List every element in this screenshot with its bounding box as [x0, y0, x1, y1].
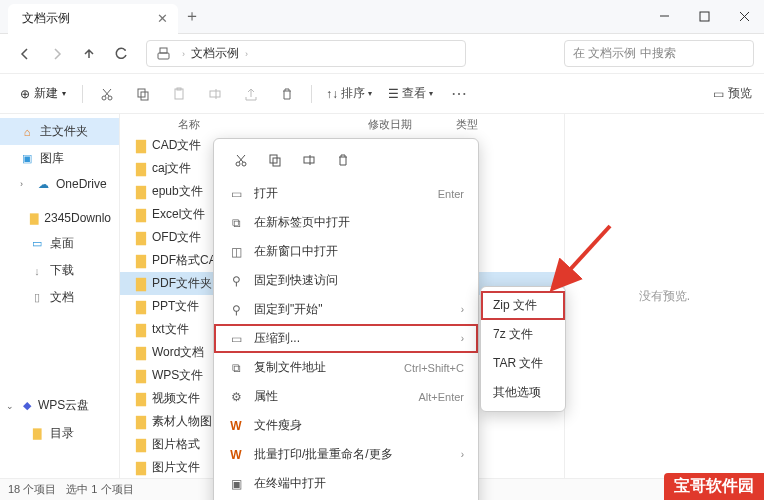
context-menu-label: 打开: [254, 185, 278, 202]
context-menu-label: 批量打印/批量重命名/更多: [254, 446, 393, 463]
minimize-icon: [659, 11, 670, 22]
preview-toggle[interactable]: ▭ 预览: [713, 85, 752, 102]
file-name: 素材人物图: [152, 413, 212, 430]
chevron-right-icon: ›: [20, 179, 30, 189]
context-menu-item[interactable]: W批量打印/批量重命名/更多›: [214, 440, 478, 469]
file-name: 图片格式: [152, 436, 200, 453]
context-menu-item[interactable]: ◫在新窗口中打开: [214, 237, 478, 266]
breadcrumb-segment[interactable]: 文档示例: [191, 45, 239, 62]
sidebar-item-downloads[interactable]: ↓下载: [0, 257, 119, 284]
separator: [82, 85, 83, 103]
context-menu-item[interactable]: ⚲固定到快速访问: [214, 266, 478, 295]
cut-button[interactable]: [91, 79, 123, 109]
copy-button[interactable]: [127, 79, 159, 109]
new-label: 新建: [34, 85, 58, 102]
more-icon: ⋯: [451, 84, 467, 103]
sidebar-item-label: 主文件夹: [40, 123, 88, 140]
view-icon: ☰: [388, 87, 399, 101]
sidebar-item-downloads-folder[interactable]: ▇2345Downlo: [0, 206, 119, 230]
file-name: Excel文件: [152, 206, 205, 223]
svg-point-14: [236, 162, 240, 166]
sidebar-item-onedrive[interactable]: ›☁OneDrive: [0, 172, 119, 196]
sidebar-item-documents[interactable]: ▯文档: [0, 284, 119, 311]
copy-button[interactable]: [262, 149, 288, 171]
pin-icon: ⚲: [228, 274, 244, 288]
breadcrumb[interactable]: › 文档示例 ›: [146, 40, 466, 67]
refresh-button[interactable]: [106, 39, 136, 69]
submenu-item[interactable]: 7z 文件: [481, 320, 565, 349]
folder-icon: ▇: [136, 161, 146, 176]
close-icon: [739, 11, 750, 22]
cut-icon: [234, 153, 248, 167]
forward-button[interactable]: [42, 39, 72, 69]
sidebar-item-desktop[interactable]: ▭桌面: [0, 230, 119, 257]
cloud-icon: ☁: [36, 177, 50, 191]
search-input[interactable]: 在 文档示例 中搜索: [564, 40, 754, 67]
preview-empty-text: 没有预览.: [639, 288, 690, 305]
rename-button[interactable]: [199, 79, 231, 109]
context-menu-item[interactable]: ⚙属性Alt+Enter: [214, 382, 478, 411]
chevron-right-icon: ›: [461, 333, 464, 344]
share-button[interactable]: [235, 79, 267, 109]
sort-label: 排序: [341, 85, 365, 102]
context-menu-item[interactable]: ▭压缩到...›: [214, 324, 478, 353]
chevron-right-icon: ›: [461, 304, 464, 315]
open-icon: ▭: [228, 187, 244, 201]
up-button[interactable]: [74, 39, 104, 69]
browser-tab[interactable]: 文档示例 ✕: [8, 4, 178, 34]
rename-button[interactable]: [296, 149, 322, 171]
sidebar-group-wps[interactable]: ⌄◆WPS云盘: [0, 391, 119, 420]
svg-rect-1: [700, 12, 709, 21]
folder-icon: ▇: [136, 414, 146, 429]
window-controls: [644, 0, 764, 34]
wps-icon: W: [228, 419, 244, 433]
titlebar: 文档示例 ✕ ＋: [0, 0, 764, 34]
paste-button[interactable]: [163, 79, 195, 109]
new-tab-button[interactable]: ＋: [178, 6, 206, 27]
trash-icon: [336, 153, 350, 167]
context-menu-item[interactable]: ⧉在新标签页中打开: [214, 208, 478, 237]
cut-button[interactable]: [228, 149, 254, 171]
more-button[interactable]: ⋯: [443, 79, 475, 109]
context-menu-label: 属性: [254, 388, 278, 405]
context-menu-item[interactable]: W文件瘦身: [214, 411, 478, 440]
chevron-right-icon: ›: [245, 49, 248, 59]
chevron-down-icon: ▾: [62, 89, 66, 98]
new-button[interactable]: ⊕ 新建 ▾: [12, 81, 74, 106]
svg-point-15: [242, 162, 246, 166]
context-menu-item[interactable]: ⚲固定到"开始"›: [214, 295, 478, 324]
folder-icon: ▇: [136, 253, 146, 268]
chevron-down-icon: ▾: [368, 89, 372, 98]
context-menu-item[interactable]: ⧉复制文件地址Ctrl+Shift+C: [214, 353, 478, 382]
maximize-button[interactable]: [684, 0, 724, 34]
arrow-left-icon: [18, 47, 32, 61]
context-menu-item[interactable]: ▣在终端中打开: [214, 469, 478, 498]
status-selected: 选中 1 个项目: [66, 482, 133, 497]
submenu-item[interactable]: TAR 文件: [481, 349, 565, 378]
context-quick-actions: [214, 145, 478, 179]
folder-icon: ▇: [136, 368, 146, 383]
back-button[interactable]: [10, 39, 40, 69]
sidebar-item-gallery[interactable]: ▣图库: [0, 145, 119, 172]
tab-close-icon[interactable]: ✕: [157, 11, 168, 26]
folder-icon: ▇: [136, 138, 146, 153]
submenu-item[interactable]: 其他选项: [481, 378, 565, 407]
sidebar: ⌂主文件夹 ▣图库 ›☁OneDrive ▇2345Downlo ▭桌面 ↓下载…: [0, 114, 120, 478]
document-icon: ▯: [30, 291, 44, 305]
sidebar-item-catalog[interactable]: ▇目录: [0, 420, 119, 447]
delete-button[interactable]: [271, 79, 303, 109]
view-dropdown[interactable]: ☰ 查看 ▾: [382, 81, 439, 106]
submenu-item[interactable]: Zip 文件: [481, 291, 565, 320]
copy-icon: [136, 87, 150, 101]
context-menu-label: 在终端中打开: [254, 475, 326, 492]
minimize-button[interactable]: [644, 0, 684, 34]
toolbar: ⊕ 新建 ▾ ↑↓ 排序 ▾ ☰ 查看 ▾ ⋯ ▭ 预览: [0, 74, 764, 114]
wps-icon: W: [228, 448, 244, 462]
close-button[interactable]: [724, 0, 764, 34]
plus-icon: ⊕: [20, 87, 30, 101]
folder-icon: ▇: [136, 460, 146, 475]
delete-button[interactable]: [330, 149, 356, 171]
sort-dropdown[interactable]: ↑↓ 排序 ▾: [320, 81, 378, 106]
context-menu-item[interactable]: ▭打开Enter: [214, 179, 478, 208]
sidebar-item-home[interactable]: ⌂主文件夹: [0, 118, 119, 145]
